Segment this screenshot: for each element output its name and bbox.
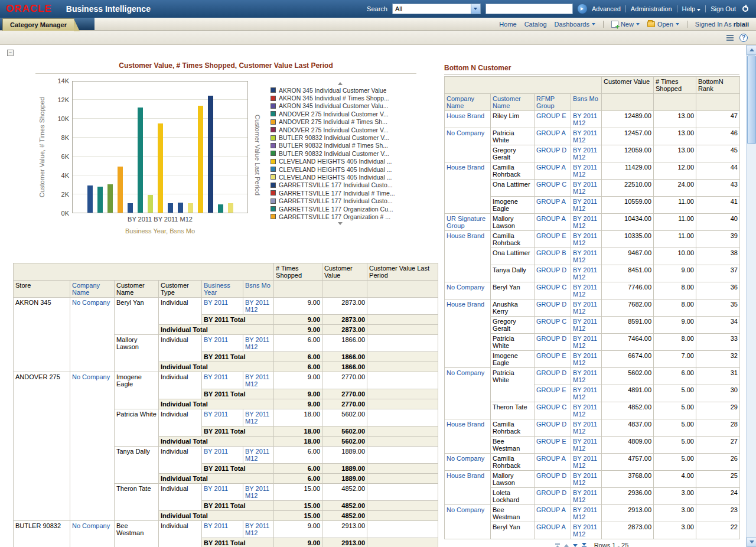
new-menu[interactable]: New — [611, 21, 640, 28]
cell[interactable]: BY 2011 M12 — [571, 265, 602, 282]
legend-scroll-up-icon[interactable] — [271, 81, 409, 86]
cell[interactable]: BY 2011 M12 — [243, 298, 274, 315]
legend-item[interactable]: AKRON 345 Individual Customer Value — [271, 86, 409, 94]
column-header[interactable]: Business Year — [202, 281, 243, 298]
cell[interactable]: GROUP D — [535, 145, 571, 162]
administration-link[interactable]: Administration — [631, 5, 672, 12]
cell[interactable]: No Company — [70, 298, 115, 372]
search-scope-select[interactable]: All — [392, 4, 481, 14]
search-go-button[interactable] — [578, 4, 587, 14]
chart-bar[interactable] — [128, 203, 133, 213]
cell[interactable]: House Brand — [445, 471, 491, 505]
cell[interactable]: BY 2011 M12 — [571, 197, 602, 214]
advanced-link[interactable]: Advanced — [592, 5, 621, 12]
cell[interactable]: House Brand — [445, 419, 491, 454]
tab-category-manager[interactable]: Category Manager — [2, 18, 74, 31]
cell[interactable]: BY 2011 M12 — [243, 409, 274, 426]
legend-item[interactable]: CLEVELAND HEIGHTS 405 Individual ... — [271, 165, 409, 173]
cell[interactable]: BY 2011 M12 — [571, 162, 602, 180]
legend-item[interactable]: BUTLER 90832 Individual Customer V... — [271, 149, 409, 157]
cell[interactable]: BY 2011 M12 — [571, 522, 602, 539]
chart-bar[interactable] — [218, 204, 223, 213]
cell[interactable]: GROUP D — [535, 488, 571, 505]
paging-next-icon[interactable] — [573, 544, 578, 547]
cell[interactable]: BY 2011 M12 — [571, 248, 602, 265]
legend-item[interactable]: ANDOVER 275 Individual # Times Sh... — [271, 118, 409, 126]
cell[interactable]: GROUP E — [535, 385, 571, 402]
cell[interactable]: BY 2011 M12 — [571, 145, 602, 162]
cell[interactable]: BY 2011 — [202, 409, 243, 426]
legend-item[interactable]: GARRETTSVILLE 177 Individual # Time... — [271, 189, 409, 197]
cell[interactable]: BY 2011 M12 — [571, 317, 602, 334]
cell[interactable]: BY 2011 M12 — [571, 385, 602, 402]
cell[interactable]: No Company — [445, 368, 491, 419]
scroll-up-icon[interactable] — [747, 45, 756, 55]
cell[interactable]: BY 2011 M12 — [243, 484, 274, 501]
cell[interactable]: BY 2011 M12 — [243, 521, 274, 538]
paging-last-icon[interactable] — [582, 543, 586, 547]
cell[interactable]: BY 2011 M12 — [571, 214, 602, 231]
chart-bar[interactable] — [208, 96, 213, 213]
cell[interactable]: No Company — [445, 454, 491, 471]
cell[interactable]: GROUP E — [535, 437, 571, 454]
chart-bar[interactable] — [148, 195, 153, 213]
cell[interactable]: BY 2011 M12 — [571, 419, 602, 437]
legend-item[interactable]: GARRETTSVILLE 177 Individual Custo... — [271, 197, 409, 204]
chart-bar[interactable] — [87, 185, 93, 213]
cell[interactable]: GROUP A — [535, 197, 571, 214]
page-options-icon[interactable] — [726, 35, 734, 41]
cell[interactable]: BY 2011 M12 — [571, 334, 602, 351]
cell[interactable]: BY 2011 M12 — [571, 299, 602, 317]
cell[interactable]: No Company — [445, 505, 491, 539]
cell[interactable]: BY 2011 M12 — [243, 335, 274, 352]
chart-bar[interactable] — [198, 106, 203, 213]
vertical-scrollbar[interactable] — [746, 45, 756, 547]
chart-bar[interactable] — [138, 108, 143, 213]
cell[interactable]: House Brand — [445, 162, 491, 214]
cell[interactable]: GROUP C — [535, 317, 571, 334]
legend-item[interactable]: GARRETTSVILLE 177 Individual Custo... — [271, 181, 409, 189]
open-menu[interactable]: Open — [647, 21, 679, 28]
cell[interactable]: BY 2011 M12 — [571, 128, 602, 145]
cell[interactable]: House Brand — [445, 299, 491, 368]
cell[interactable]: GROUP D — [535, 419, 571, 437]
legend-item[interactable]: GARRETTSVILLE 177 Organization Cu... — [271, 205, 409, 213]
cell[interactable]: House Brand — [445, 231, 491, 282]
catalog-link[interactable]: Catalog — [524, 21, 547, 28]
cell[interactable]: BY 2011 M12 — [571, 231, 602, 248]
cell[interactable]: GROUP D — [535, 334, 571, 351]
chart-bar[interactable] — [228, 203, 233, 213]
cell[interactable]: BY 2011 M12 — [243, 372, 274, 389]
cell[interactable]: GROUP C — [535, 402, 571, 419]
home-link[interactable]: Home — [499, 21, 516, 28]
cell[interactable]: GROUP A — [535, 522, 571, 539]
cell[interactable]: BY 2011 M12 — [571, 111, 602, 128]
cell[interactable]: BY 2011 — [202, 372, 243, 389]
cell[interactable]: BY 2011 M12 — [571, 351, 602, 368]
cell[interactable]: No Company — [445, 282, 491, 299]
cell[interactable]: BY 2011 M12 — [571, 505, 602, 522]
sign-out-link[interactable]: Sign Out — [711, 5, 736, 12]
cell[interactable]: GROUP E — [535, 111, 571, 128]
legend-item[interactable]: CLEVELAND HEIGHTS 405 Individual ... — [271, 173, 409, 181]
dashboards-menu[interactable]: Dashboards — [555, 21, 595, 28]
chart-bar[interactable] — [168, 203, 173, 213]
select-dropdown-icon[interactable] — [471, 4, 480, 14]
cell[interactable]: BY 2011 — [202, 521, 243, 538]
legend-item[interactable]: BUTLER 90832 Individual Customer V... — [271, 134, 409, 141]
cell[interactable]: BY 2011 M12 — [571, 454, 602, 471]
cell[interactable]: No Company — [70, 521, 115, 547]
chart-bar[interactable] — [107, 184, 113, 213]
legend-item[interactable]: AKRON 345 Individual Customer Valu... — [271, 102, 409, 110]
cell[interactable]: GROUP A — [535, 214, 571, 231]
column-header[interactable]: Company Name — [70, 281, 115, 298]
chart-bar[interactable] — [158, 123, 163, 213]
scroll-down-icon[interactable] — [747, 537, 756, 547]
legend-item[interactable]: BUTLER 90832 Individual # Times Sh... — [271, 142, 409, 149]
search-input[interactable] — [485, 4, 573, 14]
legend-scroll-down-icon[interactable] — [271, 221, 409, 226]
collapse-section-icon[interactable]: − — [7, 50, 14, 56]
cell[interactable]: GROUP D — [535, 471, 571, 488]
cell[interactable]: GROUP A — [535, 505, 571, 522]
cell[interactable]: GROUP C — [535, 180, 571, 197]
